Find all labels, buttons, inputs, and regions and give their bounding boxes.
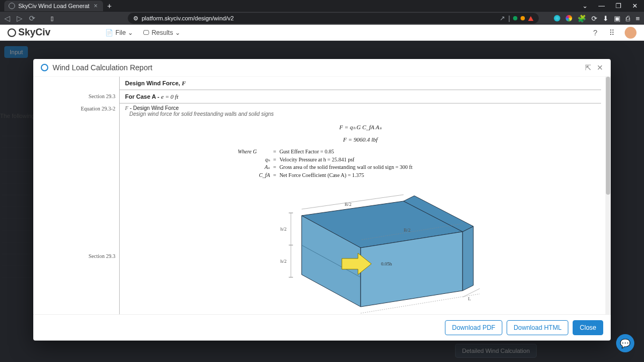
scrollbar-track[interactable]	[605, 77, 611, 314]
formula-2: F = 9060.4 lbf	[120, 136, 601, 143]
report-heading-symbol: F	[182, 80, 186, 86]
svg-line-13	[463, 289, 480, 297]
site-settings-icon[interactable]: ⚙	[133, 15, 138, 22]
report-heading: Design Wind Force,	[125, 80, 182, 86]
tab-close-icon[interactable]: ×	[93, 2, 99, 10]
status-dot-orange-icon	[521, 16, 525, 20]
maximize-icon[interactable]: ❐	[613, 2, 624, 10]
results-menu[interactable]: 🖵 Results ⌄	[140, 28, 184, 38]
case-a-e: e = 0 ft	[161, 93, 178, 100]
brand-logo-icon	[8, 28, 16, 37]
extensions-icon[interactable]: 🧩	[577, 14, 586, 23]
modal-logo-icon	[41, 64, 48, 71]
chat-icon: 💬	[620, 338, 631, 349]
minimize-icon[interactable]: —	[596, 2, 607, 10]
where-G: Gust Effect Factor = 0.85	[280, 148, 334, 156]
chevron-down-icon: ⌄	[128, 29, 133, 36]
menu-icon[interactable]: ≡	[635, 14, 640, 23]
extension-aqua-icon[interactable]	[554, 15, 560, 21]
where-As-sym: Aₛ	[258, 164, 270, 172]
apps-grid-icon[interactable]: ⠿	[608, 28, 616, 37]
scrollbar-thumb[interactable]	[606, 77, 610, 195]
status-dot-green-icon	[513, 16, 517, 20]
f-desc: - Design Wind Force	[128, 105, 179, 111]
modal-footer: Download PDF Download HTML Close	[33, 314, 611, 341]
dim-b2-top: B/2	[345, 202, 352, 207]
f-description-row: F - Design Wind Force Design wind force …	[120, 104, 601, 119]
tab-title: SkyCiv Wind Load Generat	[18, 3, 90, 9]
panel-icon[interactable]: ▣	[614, 14, 620, 23]
chevron-down-icon: ⌄	[175, 29, 180, 36]
cast-icon[interactable]: ⟳	[591, 14, 597, 23]
file-menu-label: File	[115, 29, 126, 36]
url-text: platform.skyciv.com/design/wind/v2	[142, 15, 234, 21]
save-icon[interactable]: ⎙	[626, 14, 630, 23]
side-label-equation: Equation 29.3-2	[81, 106, 120, 112]
url-bar[interactable]: ▯ ⚙ platform.skyciv.com/design/wind/v2 ↗…	[128, 13, 539, 24]
intercom-launcher[interactable]: 💬	[616, 334, 634, 352]
close-button[interactable]: Close	[573, 320, 603, 335]
dim-offset: 0.05h	[381, 261, 392, 267]
browser-tab-bar: SkyCiv Wind Load Generat × + ⌄ — ❐ ✕	[0, 0, 644, 12]
app-body: Input The following Detailed Wind Calcul…	[0, 41, 644, 362]
share-icon[interactable]: ↗	[500, 14, 505, 22]
where-block: Where G=Gust Effect Factor = 0.85 qₕ=Vel…	[238, 148, 601, 179]
brand[interactable]: SkyCiv	[8, 27, 50, 38]
modal-body: Design Wind Force, F Section 29.3 For Ca…	[33, 77, 611, 314]
tab-favicon-icon	[9, 3, 15, 9]
where-Cfa-sym: C_fA	[258, 172, 270, 180]
side-label-section: Section 29.3	[89, 93, 120, 99]
browser-tab[interactable]: SkyCiv Wind Load Generat ×	[4, 1, 103, 11]
case-a-diagram: h/2 h/2 B/2 B/2 0.05h L	[237, 183, 484, 314]
status-triangle-red-icon	[528, 16, 533, 21]
f-subdesc: Design wind force for solid freestanding…	[129, 111, 274, 117]
svg-marker-4	[463, 226, 473, 291]
forward-icon[interactable]: ▷	[17, 14, 23, 23]
expand-icon[interactable]: ⇱	[585, 63, 591, 72]
formula-1: F = qₕ G C_fA Aₛ	[120, 124, 601, 131]
new-tab-button[interactable]: +	[103, 2, 116, 10]
report-modal: Wind Load Calculation Report ⇱ ✕ Design …	[33, 59, 611, 341]
bookmark-icon[interactable]: ▯	[50, 15, 54, 22]
modal-title: Wind Load Calculation Report	[53, 63, 152, 72]
dim-h2-lower: h/2	[280, 258, 287, 264]
report-heading-row: Design Wind Force, F	[120, 77, 601, 90]
download-icon[interactable]: ⬇	[603, 14, 609, 23]
pipe-icon: |	[508, 14, 510, 22]
reload-icon[interactable]: ⟳	[29, 14, 35, 23]
brand-name: SkyCiv	[18, 27, 50, 38]
dim-h2-upper: h/2	[280, 226, 287, 232]
modal-close-icon[interactable]: ✕	[597, 63, 603, 72]
where-Cfa: Net Force Coefficient (Case A) = 1.375	[280, 172, 364, 180]
app-header: SkyCiv 📄 File ⌄ 🖵 Results ⌄ ? ⠿	[0, 25, 644, 41]
back-icon[interactable]: ◁	[4, 14, 10, 23]
file-icon: 📄	[105, 29, 113, 36]
where-qh: Velocity Pressure at h = 25.841 psf	[280, 156, 355, 164]
report-content: Design Wind Force, F Section 29.3 For Ca…	[33, 77, 605, 314]
dim-L: L	[468, 296, 471, 301]
results-menu-label: Results	[151, 29, 173, 36]
window-controls: ⌄ — ❐ ✕	[580, 2, 640, 10]
case-a-row: Section 29.3 For Case A - e = 0 ft	[120, 90, 601, 104]
case-a-label: For Case A -	[125, 93, 161, 100]
results-icon: 🖵	[143, 29, 149, 36]
file-menu[interactable]: 📄 File ⌄	[102, 28, 136, 38]
download-html-button[interactable]: Download HTML	[507, 320, 568, 335]
side-label-section-2: Section 29.3	[89, 253, 120, 259]
user-avatar[interactable]	[625, 27, 636, 39]
extension-rainbow-icon[interactable]	[566, 15, 572, 21]
close-window-icon[interactable]: ✕	[630, 2, 640, 10]
dim-b2-right: B/2	[404, 227, 411, 233]
chevron-down-icon[interactable]: ⌄	[580, 2, 590, 10]
modal-header: Wind Load Calculation Report ⇱ ✕	[33, 59, 611, 77]
where-label: Where G	[238, 148, 270, 156]
where-As: Gross area of the solid freestanding wal…	[280, 164, 413, 172]
toolbar-extensions: 🧩 ⟳ ⬇ ▣ ⎙ ≡	[554, 14, 640, 23]
download-pdf-button[interactable]: Download PDF	[445, 320, 502, 335]
browser-toolbar: ◁ ▷ ⟳ ▯ ⚙ platform.skyciv.com/design/win…	[0, 12, 644, 25]
help-icon[interactable]: ?	[591, 28, 599, 37]
where-qh-sym: qₕ	[258, 156, 270, 164]
